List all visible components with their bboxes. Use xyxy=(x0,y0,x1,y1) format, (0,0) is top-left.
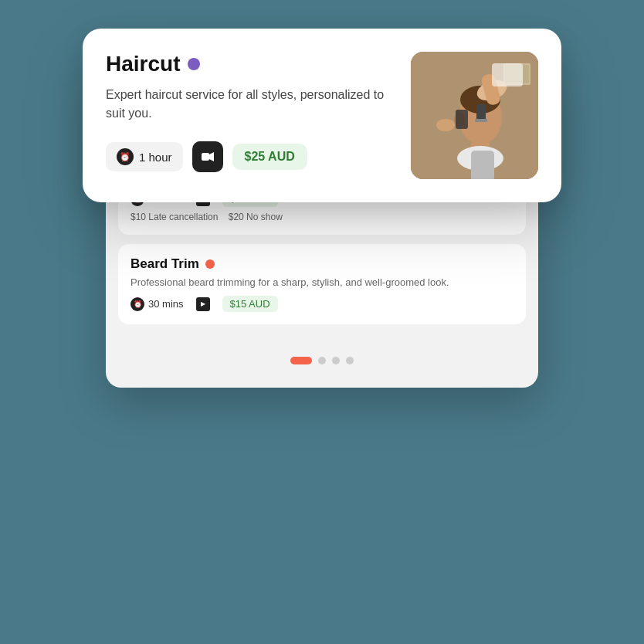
cancellation-info: $10 Late cancellation $20 No show xyxy=(130,212,514,222)
haircut-price-badge: $25 AUD xyxy=(232,144,307,170)
pagination-dot-0 xyxy=(290,357,312,364)
pagination-dot-3 xyxy=(346,357,354,364)
svg-rect-15 xyxy=(476,104,486,121)
no-show-label: $20 No show xyxy=(229,212,283,222)
pagination xyxy=(106,357,538,364)
beard-duration-label: 30 mins xyxy=(148,298,184,310)
pagination-dot-1 xyxy=(318,357,326,364)
svg-rect-11 xyxy=(456,110,468,129)
beard-clock-icon: ⏰ xyxy=(130,297,144,311)
beard-trim-title: Beard Trim xyxy=(130,256,199,272)
haircut-title-row: Haircut xyxy=(106,52,395,76)
beard-price-badge: $15 AUD xyxy=(222,296,278,312)
haircut-duration-label: 1 hour xyxy=(139,151,172,164)
haircut-clock-icon: ⏰ xyxy=(117,148,134,165)
beard-description: Professional beard trimming for a sharp,… xyxy=(130,276,514,290)
haircut-status-dot xyxy=(188,58,200,70)
beard-card-info: ⏰ 30 mins ▶ $15 AUD xyxy=(130,296,514,312)
haircut-image xyxy=(411,52,538,179)
haircut-card[interactable]: Haircut Expert haircut service for all s… xyxy=(83,29,561,202)
svg-rect-5 xyxy=(505,65,529,83)
beard-duration-badge: ⏰ 30 mins xyxy=(130,297,184,311)
svg-rect-16 xyxy=(475,119,487,122)
pagination-dot-2 xyxy=(332,357,340,364)
list-item[interactable]: Beard Trim Professional beard trimming f… xyxy=(118,244,526,324)
haircut-video-icon xyxy=(192,141,223,172)
haircut-duration-badge: ⏰ 1 hour xyxy=(106,142,183,171)
svg-point-12 xyxy=(436,119,455,131)
svg-rect-0 xyxy=(202,153,209,161)
haircut-badges: ⏰ 1 hour $25 AUD xyxy=(106,141,395,172)
beard-trim-title-row: Beard Trim xyxy=(130,256,514,272)
status-dot xyxy=(205,259,215,269)
haircut-description: Expert haircut service for all styles, p… xyxy=(106,86,395,123)
svg-marker-1 xyxy=(209,152,214,161)
beard-video-icon: ▶ xyxy=(196,297,210,311)
barber-photo xyxy=(411,52,538,179)
late-cancel-label: $10 Late cancellation xyxy=(130,212,218,222)
haircut-card-content: Haircut Expert haircut service for all s… xyxy=(106,52,538,179)
haircut-title: Haircut xyxy=(106,52,180,76)
haircut-card-left: Haircut Expert haircut service for all s… xyxy=(106,52,395,172)
svg-rect-17 xyxy=(471,151,494,179)
